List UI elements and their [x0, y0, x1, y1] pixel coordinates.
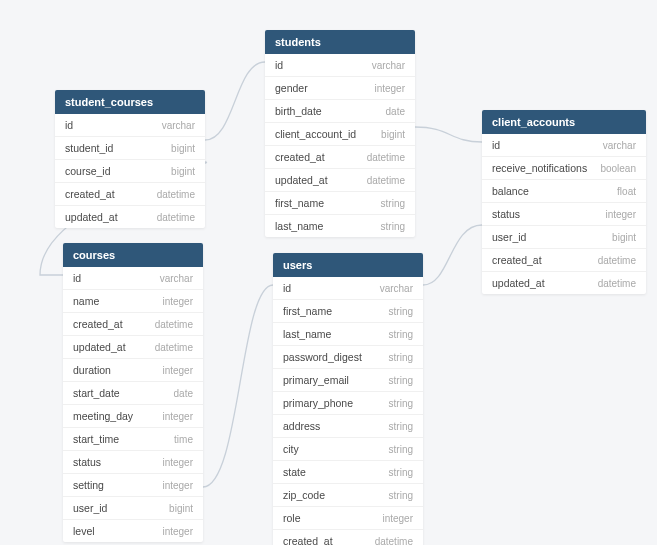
column-name: updated_at [65, 211, 118, 223]
table-row[interactable]: created_atdatetime [482, 249, 646, 272]
table-row[interactable]: statestring [273, 461, 423, 484]
column-name: student_id [65, 142, 113, 154]
table-row[interactable]: idvarchar [63, 267, 203, 290]
column-type: float [617, 186, 636, 197]
column-type: string [381, 221, 405, 232]
column-name: id [283, 282, 291, 294]
table-row[interactable]: primary_emailstring [273, 369, 423, 392]
table-row[interactable]: created_atdatetime [273, 530, 423, 545]
column-name: status [492, 208, 520, 220]
column-name: setting [73, 479, 104, 491]
table-row[interactable]: last_namestring [273, 323, 423, 346]
column-name: updated_at [73, 341, 126, 353]
column-name: primary_phone [283, 397, 353, 409]
table-row[interactable]: meeting_dayinteger [63, 405, 203, 428]
table-header[interactable]: users [273, 253, 423, 277]
table-client-accounts[interactable]: client_accountsidvarcharreceive_notifica… [482, 110, 646, 294]
table-row[interactable]: course_idbigint [55, 160, 205, 183]
column-name: name [73, 295, 99, 307]
column-name: address [283, 420, 320, 432]
table-row[interactable]: roleinteger [273, 507, 423, 530]
column-type: datetime [155, 342, 193, 353]
table-row[interactable]: client_account_idbigint [265, 123, 415, 146]
column-name: first_name [283, 305, 332, 317]
column-name: role [283, 512, 301, 524]
table-row[interactable]: first_namestring [273, 300, 423, 323]
column-type: string [389, 352, 413, 363]
table-courses[interactable]: coursesidvarcharnameintegercreated_atdat… [63, 243, 203, 542]
table-row[interactable]: created_atdatetime [55, 183, 205, 206]
column-type: datetime [367, 152, 405, 163]
column-type: datetime [598, 278, 636, 289]
column-name: id [65, 119, 73, 131]
table-users[interactable]: usersidvarcharfirst_namestringlast_names… [273, 253, 423, 545]
column-name: duration [73, 364, 111, 376]
table-row[interactable]: durationinteger [63, 359, 203, 382]
table-row[interactable]: statusinteger [63, 451, 203, 474]
table-row[interactable]: settinginteger [63, 474, 203, 497]
column-type: varchar [372, 60, 405, 71]
column-name: created_at [275, 151, 325, 163]
column-name: state [283, 466, 306, 478]
column-type: bigint [169, 503, 193, 514]
table-row[interactable]: start_timetime [63, 428, 203, 451]
table-row[interactable]: primary_phonestring [273, 392, 423, 415]
column-name: password_digest [283, 351, 362, 363]
table-row[interactable]: zip_codestring [273, 484, 423, 507]
column-name: user_id [492, 231, 526, 243]
table-row[interactable]: idvarchar [482, 134, 646, 157]
column-type: datetime [598, 255, 636, 266]
column-type: varchar [162, 120, 195, 131]
column-type: integer [374, 83, 405, 94]
column-name: id [492, 139, 500, 151]
table-row[interactable]: addressstring [273, 415, 423, 438]
table-header[interactable]: courses [63, 243, 203, 267]
table-header[interactable]: client_accounts [482, 110, 646, 134]
table-row[interactable]: genderinteger [265, 77, 415, 100]
table-students[interactable]: studentsidvarchargenderintegerbirth_date… [265, 30, 415, 237]
column-name: last_name [275, 220, 323, 232]
table-row[interactable]: user_idbigint [63, 497, 203, 520]
table-row[interactable]: levelinteger [63, 520, 203, 542]
table-row[interactable]: birth_datedate [265, 100, 415, 123]
table-row[interactable]: receive_notificationsboolean [482, 157, 646, 180]
column-name: first_name [275, 197, 324, 209]
column-type: string [389, 490, 413, 501]
column-type: string [389, 306, 413, 317]
table-header[interactable]: students [265, 30, 415, 54]
table-row[interactable]: first_namestring [265, 192, 415, 215]
table-row[interactable]: created_atdatetime [63, 313, 203, 336]
column-type: bigint [612, 232, 636, 243]
table-student-courses[interactable]: student_coursesidvarcharstudent_idbigint… [55, 90, 205, 228]
table-row[interactable]: idvarchar [265, 54, 415, 77]
table-row[interactable]: citystring [273, 438, 423, 461]
table-row[interactable]: nameinteger [63, 290, 203, 313]
table-row[interactable]: idvarchar [273, 277, 423, 300]
column-type: date [174, 388, 193, 399]
column-name: id [73, 272, 81, 284]
table-row[interactable]: idvarchar [55, 114, 205, 137]
column-name: balance [492, 185, 529, 197]
column-name: start_time [73, 433, 119, 445]
column-type: string [389, 421, 413, 432]
column-name: last_name [283, 328, 331, 340]
column-name: id [275, 59, 283, 71]
table-row[interactable]: user_idbigint [482, 226, 646, 249]
table-row[interactable]: updated_atdatetime [63, 336, 203, 359]
table-row[interactable]: updated_atdatetime [265, 169, 415, 192]
column-name: gender [275, 82, 308, 94]
column-type: integer [162, 457, 193, 468]
table-row[interactable]: last_namestring [265, 215, 415, 237]
table-row[interactable]: student_idbigint [55, 137, 205, 160]
table-row[interactable]: updated_atdatetime [482, 272, 646, 294]
table-row[interactable]: created_atdatetime [265, 146, 415, 169]
table-row[interactable]: updated_atdatetime [55, 206, 205, 228]
table-row[interactable]: password_digeststring [273, 346, 423, 369]
column-type: varchar [160, 273, 193, 284]
table-row[interactable]: balancefloat [482, 180, 646, 203]
table-row[interactable]: start_datedate [63, 382, 203, 405]
column-type: integer [162, 480, 193, 491]
table-header[interactable]: student_courses [55, 90, 205, 114]
column-name: start_date [73, 387, 120, 399]
table-row[interactable]: statusinteger [482, 203, 646, 226]
